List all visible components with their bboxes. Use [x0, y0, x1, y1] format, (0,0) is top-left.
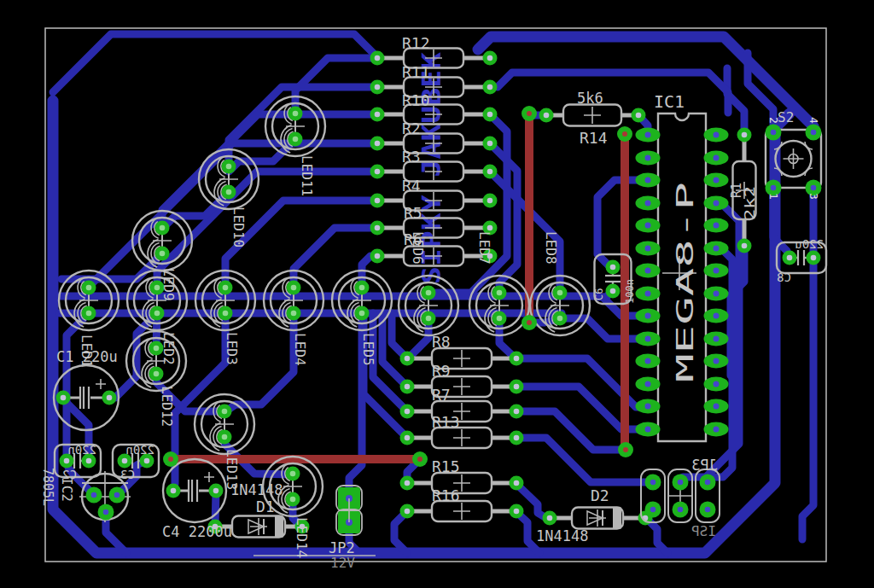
pad[interactable]	[521, 106, 537, 121]
pad[interactable]	[636, 354, 661, 369]
pad[interactable]	[483, 194, 498, 208]
pad[interactable]	[400, 405, 415, 419]
pad[interactable]	[400, 352, 415, 366]
pad[interactable]	[539, 108, 554, 123]
pad[interactable]	[636, 196, 661, 211]
pad[interactable]	[510, 431, 524, 445]
pad[interactable]	[370, 137, 385, 151]
pad[interactable]	[483, 108, 498, 122]
pad[interactable]	[286, 492, 300, 507]
pad[interactable]	[737, 128, 752, 143]
pad[interactable]	[553, 311, 568, 326]
pad[interactable]	[370, 165, 385, 179]
pad[interactable]	[150, 306, 165, 321]
pad[interactable]	[218, 281, 233, 295]
pad[interactable]	[209, 484, 224, 498]
pad[interactable]	[606, 260, 621, 275]
pad[interactable]	[287, 281, 301, 295]
pad[interactable]	[806, 125, 822, 141]
pad[interactable]	[673, 474, 689, 491]
pad[interactable]	[636, 128, 661, 143]
pad[interactable]	[370, 80, 385, 95]
pad[interactable]	[483, 80, 498, 95]
pad[interactable]	[56, 391, 71, 405]
pad[interactable]	[222, 160, 236, 174]
pad[interactable]	[704, 399, 729, 414]
pad[interactable]	[636, 309, 661, 323]
pad[interactable]	[636, 377, 661, 392]
pad[interactable]	[704, 173, 729, 188]
pad[interactable]	[632, 108, 646, 123]
pad[interactable]	[700, 502, 716, 518]
pad[interactable]	[645, 474, 661, 491]
pad[interactable]	[370, 194, 385, 208]
pad[interactable]	[617, 126, 632, 142]
pad[interactable]	[109, 487, 125, 504]
pad[interactable]	[82, 281, 96, 295]
pad[interactable]	[766, 125, 782, 141]
pad[interactable]	[636, 173, 661, 188]
pad[interactable]	[704, 218, 729, 233]
pad[interactable]	[218, 430, 232, 445]
pad[interactable]	[510, 352, 524, 366]
pad[interactable]	[704, 151, 729, 166]
pad[interactable]	[370, 51, 385, 66]
pad[interactable]	[288, 132, 303, 147]
pad[interactable]	[102, 391, 117, 405]
pad[interactable]	[82, 306, 96, 321]
pad[interactable]	[86, 487, 102, 504]
pad[interactable]	[521, 315, 537, 330]
pad[interactable]	[553, 286, 568, 300]
pad[interactable]	[492, 311, 507, 326]
pad[interactable]	[422, 311, 436, 326]
pad[interactable]	[483, 137, 498, 151]
pad[interactable]	[636, 264, 661, 278]
pad[interactable]	[370, 249, 385, 264]
pad[interactable]	[704, 287, 729, 301]
pad[interactable]	[783, 251, 797, 265]
pad[interactable]	[704, 264, 729, 278]
pad[interactable]	[288, 107, 303, 121]
pad[interactable]	[636, 287, 661, 301]
pad[interactable]	[492, 286, 507, 300]
pad[interactable]	[704, 242, 729, 256]
pad[interactable]	[636, 422, 661, 437]
pad[interactable]	[422, 286, 436, 300]
pad[interactable]	[704, 354, 729, 369]
pad[interactable]	[155, 221, 170, 236]
pad[interactable]	[400, 476, 415, 491]
pad[interactable]	[400, 431, 415, 445]
pad[interactable]	[166, 484, 181, 498]
pad[interactable]	[704, 196, 729, 211]
pad[interactable]	[510, 476, 524, 491]
pad[interactable]	[704, 332, 729, 346]
pad[interactable]	[700, 474, 716, 491]
pad[interactable]	[645, 502, 661, 518]
pad[interactable]	[370, 221, 385, 236]
pad[interactable]	[510, 504, 524, 519]
pad[interactable]	[218, 405, 232, 419]
pad[interactable]	[704, 422, 729, 437]
pad[interactable]	[636, 332, 661, 346]
pad[interactable]	[286, 467, 300, 481]
pad[interactable]	[400, 380, 415, 394]
pad[interactable]	[636, 242, 661, 256]
pad[interactable]	[149, 341, 164, 356]
pad[interactable]	[222, 185, 236, 200]
pad[interactable]	[149, 367, 164, 381]
pad[interactable]	[355, 281, 370, 295]
pad[interactable]	[704, 128, 729, 143]
pad[interactable]	[98, 504, 114, 521]
pad[interactable]	[636, 151, 661, 166]
pad[interactable]	[636, 218, 661, 233]
pad[interactable]	[400, 504, 415, 519]
pad[interactable]	[510, 405, 524, 419]
pad[interactable]	[355, 306, 370, 321]
pad[interactable]	[543, 511, 557, 526]
pad[interactable]	[737, 239, 752, 253]
pad[interactable]	[412, 451, 428, 467]
pad[interactable]	[370, 108, 385, 122]
pad[interactable]	[807, 251, 821, 265]
pad[interactable]	[618, 442, 633, 457]
pad[interactable]	[155, 247, 170, 261]
